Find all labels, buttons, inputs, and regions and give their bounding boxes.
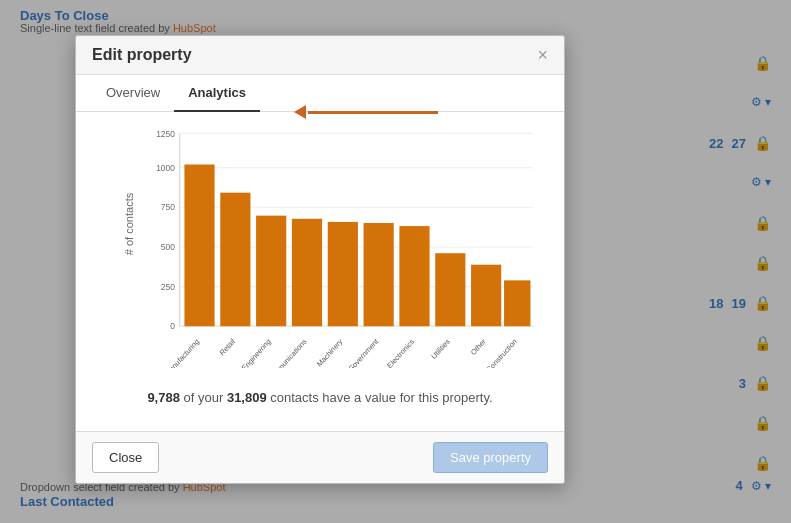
svg-text:Retail: Retail	[218, 336, 237, 357]
arrow-head-icon	[294, 105, 306, 119]
chart-container: 0 250 500 750 1000 1250	[92, 128, 548, 378]
close-button[interactable]: Close	[92, 442, 159, 473]
svg-text:500: 500	[161, 242, 175, 252]
bar-chart-svg: 0 250 500 750 1000 1250	[142, 128, 538, 368]
svg-text:1250: 1250	[156, 129, 175, 139]
svg-rect-16	[220, 193, 250, 327]
svg-text:Machinery: Machinery	[315, 337, 344, 368]
stats-label: of your	[184, 390, 227, 405]
svg-rect-28	[435, 253, 465, 326]
svg-text:250: 250	[161, 281, 175, 291]
stats-count: 9,788	[147, 390, 180, 405]
svg-rect-24	[364, 223, 394, 326]
svg-rect-20	[292, 219, 322, 326]
svg-text:Utilities: Utilities	[430, 337, 452, 362]
arrow-body	[308, 111, 438, 114]
tab-analytics[interactable]: Analytics	[174, 75, 260, 112]
svg-text:750: 750	[161, 202, 175, 212]
svg-text:Other: Other	[469, 336, 488, 357]
tab-overview[interactable]: Overview	[92, 75, 174, 112]
modal-body: 0 250 500 750 1000 1250	[76, 112, 564, 431]
edit-property-modal: Edit property × Overview Analytics 0	[75, 35, 565, 484]
stats-text: 9,788 of your 31,809 contacts have a val…	[92, 390, 548, 415]
close-icon[interactable]: ×	[537, 46, 548, 64]
svg-text:Manufacturing: Manufacturing	[163, 337, 201, 368]
svg-text:1000: 1000	[156, 162, 175, 172]
stats-total: 31,809	[227, 390, 267, 405]
svg-text:Construction: Construction	[485, 337, 519, 368]
modal-footer: Close Save property	[76, 431, 564, 483]
svg-rect-26	[399, 226, 429, 326]
svg-rect-22	[328, 222, 358, 326]
svg-rect-32	[504, 280, 530, 326]
y-axis-label: # of contacts	[123, 193, 135, 255]
svg-rect-14	[184, 165, 214, 327]
svg-text:Electronics: Electronics	[385, 337, 416, 368]
svg-rect-18	[256, 216, 286, 327]
svg-text:Government: Government	[347, 336, 381, 368]
modal-header: Edit property ×	[76, 36, 564, 75]
arrow-annotation	[294, 105, 438, 119]
stats-suffix: contacts have a value for this property.	[270, 390, 492, 405]
save-property-button[interactable]: Save property	[433, 442, 548, 473]
svg-text:0: 0	[170, 321, 175, 331]
svg-text:Engineering: Engineering	[240, 337, 273, 368]
svg-rect-30	[471, 265, 501, 327]
chart-wrapper: 0 250 500 750 1000 1250	[142, 128, 538, 368]
modal-title: Edit property	[92, 46, 192, 64]
